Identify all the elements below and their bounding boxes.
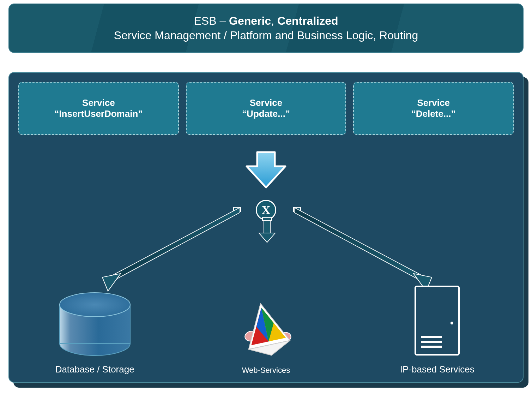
endpoint-webservices: Web-Services (204, 299, 328, 375)
svg-rect-22 (421, 336, 442, 338)
header-word2: Centralized (277, 14, 338, 27)
header-word1: Generic (229, 14, 271, 27)
main-container: Service “InsertUserDomain” Service “Upda… (8, 72, 524, 383)
endpoint-ipservices: IP-based Services (375, 283, 499, 375)
svg-marker-4 (294, 208, 422, 280)
svg-marker-1 (112, 208, 240, 280)
svg-rect-23 (421, 341, 442, 343)
database-icon (54, 291, 135, 358)
svg-point-11 (60, 293, 130, 317)
service-title: Service (250, 97, 283, 108)
svg-marker-8 (259, 233, 275, 242)
svg-rect-20 (415, 286, 459, 355)
endpoint-webservices-label: Web-Services (242, 366, 290, 375)
svg-rect-7 (264, 221, 270, 233)
service-insert: Service “InsertUserDomain” (18, 82, 179, 135)
service-title: Service (82, 97, 115, 108)
service-name: “Delete...” (411, 108, 456, 119)
header-subtitle: Service Management / Platform and Busine… (114, 29, 418, 42)
service-update: Service “Update...” (186, 82, 346, 135)
svg-rect-24 (421, 346, 442, 348)
arrow-down-icon (243, 147, 289, 193)
svg-rect-6 (262, 217, 272, 221)
service-title: Service (417, 97, 450, 108)
service-name: “InsertUserDomain” (54, 108, 143, 119)
header-prefix: ESB (194, 14, 216, 27)
service-name: “Update...” (242, 108, 290, 119)
header-sep: – (217, 14, 229, 27)
endpoint-database: Database / Storage (33, 291, 157, 375)
endpoint-ipservices-label: IP-based Services (400, 364, 474, 375)
endpoints-row: Database / Storage Web-Ser (9, 283, 523, 375)
header-title: ESB – Generic, Centralized (194, 14, 338, 28)
webservices-icon (236, 299, 296, 359)
header-banner: ESB – Generic, Centralized Service Manag… (8, 4, 524, 53)
flow-area: X (9, 143, 523, 382)
endpoint-database-label: Database / Storage (55, 364, 134, 375)
header-comma: , (271, 14, 277, 27)
service-delete: Service “Delete...” (353, 82, 514, 135)
svg-point-21 (451, 322, 453, 324)
server-icon (412, 283, 462, 358)
service-row: Service “InsertUserDomain” Service “Upda… (18, 82, 514, 135)
